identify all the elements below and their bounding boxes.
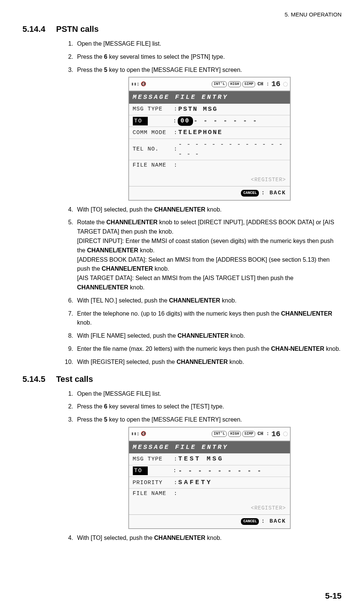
step-text: Rotate the bbox=[77, 219, 106, 225]
step: Press the 5 key to open the [MESSAGE FIL… bbox=[75, 66, 342, 201]
step-text: knob. bbox=[205, 206, 222, 213]
screen-footer: CANCEL : BACK bbox=[129, 515, 290, 528]
colon: : bbox=[174, 478, 178, 487]
step-text: knob. bbox=[228, 359, 244, 365]
step: With [FILE NAME] selected, push the CHAN… bbox=[75, 331, 342, 341]
step-text: Enter the telephone no. (up to 16 digits… bbox=[77, 310, 281, 317]
step: Press the 6 key several times to select … bbox=[75, 402, 342, 411]
step-text: knob. bbox=[324, 346, 341, 352]
field-label: MSG TYPE bbox=[133, 105, 174, 113]
step-text: Press the bbox=[77, 403, 104, 410]
step-text: Open the [MESSAGE FILE] list. bbox=[77, 40, 161, 47]
step-text: knob. bbox=[77, 319, 92, 326]
device-screen-pstn: ▮▮▯ 🔇 INT'L HIGH SIMP CH : 16 MESSAGE FI… bbox=[128, 77, 291, 200]
field-label: TO bbox=[133, 466, 148, 475]
colon: : bbox=[174, 161, 178, 170]
field-value: - - - - - - - - - - - - - - - - bbox=[178, 140, 286, 159]
row-to[interactable]: TO : 00 - - - - - - - bbox=[129, 115, 290, 127]
cancel-button[interactable]: CANCEL bbox=[241, 518, 259, 525]
row-comm-mode: COMM MODE : TELEPHONE bbox=[129, 127, 290, 139]
field-value: TEST MSG bbox=[178, 454, 286, 464]
row-msg-type: MSG TYPE : PSTN MSG bbox=[129, 104, 290, 115]
field-label: TEL NO. bbox=[133, 145, 174, 154]
step-text: knob. bbox=[153, 265, 169, 272]
simp-pill: SIMP bbox=[242, 431, 255, 437]
step-text: knob. bbox=[205, 535, 222, 541]
key-5: 5 bbox=[104, 416, 107, 423]
key-6: 6 bbox=[104, 54, 107, 60]
step: Press the 5 key to open the [MESSAGE FIL… bbox=[75, 415, 342, 529]
colon: : bbox=[174, 455, 178, 463]
knob-name: CHANNEL/ENTER bbox=[169, 297, 220, 304]
steps-list-test: Open the [MESSAGE FILE] list. Press the … bbox=[64, 389, 342, 543]
field-value: TELEPHONE bbox=[178, 128, 286, 137]
chapter-header: 5. MENU OPERATION bbox=[22, 11, 342, 18]
knob-name: CHANNEL/ENTER bbox=[178, 332, 229, 339]
channel-label: CH : bbox=[257, 80, 269, 88]
knob-name: CHANNEL/ENTER bbox=[154, 535, 205, 541]
step-text: With [FILE NAME] selected, push the bbox=[77, 332, 178, 339]
loading-icon bbox=[283, 432, 288, 436]
colon: : bbox=[174, 489, 178, 498]
row-tel-no: TEL NO. : - - - - - - - - - - - - - - - … bbox=[129, 139, 290, 161]
colon: : bbox=[173, 466, 178, 475]
step: With [REGISTER] selected, push the CHANN… bbox=[75, 358, 342, 367]
step-text: knob. bbox=[229, 332, 245, 339]
section-number: 5.14.5 bbox=[22, 374, 56, 384]
row-to[interactable]: TO : - - - - - - - - - bbox=[129, 465, 290, 477]
status-left: ▮▮▯ 🔇 bbox=[131, 81, 147, 88]
step: With [TEL NO.] selected, push the CHANNE… bbox=[75, 296, 342, 306]
to-value-dash: - - - - - - - bbox=[194, 116, 258, 126]
status-left: ▮▮▯ 🔇 bbox=[131, 431, 147, 438]
step-text: knob. bbox=[138, 247, 155, 253]
section-heading-test: 5.14.5 Test calls bbox=[22, 374, 342, 384]
field-label: TO bbox=[133, 117, 148, 125]
intl-pill: INT'L bbox=[212, 431, 227, 437]
knob-name: CHANNEL/ENTER bbox=[87, 247, 138, 253]
section-heading-pstn: 5.14.4 PSTN calls bbox=[22, 24, 342, 34]
high-pill: HIGH bbox=[228, 431, 241, 437]
status-right: INT'L HIGH SIMP CH : 16 bbox=[212, 428, 287, 440]
row-file-name: FILE NAME : bbox=[129, 160, 290, 170]
knob-name: CHANNEL/ENTER bbox=[77, 284, 128, 291]
to-value-pill: 00 bbox=[178, 116, 193, 126]
step: Press the 6 key several times to select … bbox=[75, 52, 342, 62]
loading-icon bbox=[283, 82, 288, 86]
knob-name: CHANNEL/ENTER bbox=[154, 206, 205, 213]
field-label: FILE NAME bbox=[133, 161, 174, 170]
step: With [TO] selected, push the CHANNEL/ENT… bbox=[75, 205, 342, 215]
colon: : bbox=[173, 117, 178, 125]
step-text: With [REGISTER] selected, push the bbox=[77, 359, 177, 365]
status-right: INT'L HIGH SIMP CH : 16 bbox=[212, 78, 287, 90]
speaker-icon: 🔇 bbox=[141, 81, 146, 88]
device-screen-test: ▮▮▯ 🔇 INT'L HIGH SIMP CH : 16 MESSAGE FI… bbox=[128, 427, 291, 529]
register-link[interactable]: <REGISTER> bbox=[129, 499, 290, 515]
step-text: key several times to select the [TEST] t… bbox=[107, 403, 224, 410]
row-file-name: FILE NAME : bbox=[129, 489, 290, 499]
field-rows: MSG TYPE : PSTN MSG TO : 00 - - - - - - … bbox=[129, 104, 290, 171]
cancel-button[interactable]: CANCEL bbox=[241, 190, 259, 197]
key-6: 6 bbox=[104, 403, 107, 410]
step-text: With [TO] selected, push the bbox=[77, 535, 154, 541]
intl-pill: INT'L bbox=[212, 81, 227, 87]
simp-pill: SIMP bbox=[242, 81, 255, 87]
step-text: Open the [MESSAGE FILE] list. bbox=[77, 390, 161, 397]
key-5: 5 bbox=[104, 67, 107, 73]
field-label: MSG TYPE bbox=[133, 455, 174, 463]
register-link[interactable]: <REGISTER> bbox=[129, 171, 290, 187]
field-value: PSTN MSG bbox=[178, 104, 286, 114]
step: Rotate the CHANNEL/ENTER knob to select … bbox=[75, 218, 342, 292]
knob-name: CHANNEL/ENTER bbox=[102, 265, 153, 272]
back-label: : BACK bbox=[261, 517, 286, 526]
step-text: With [TEL NO.] selected, push the bbox=[77, 297, 169, 304]
step-text: knob. bbox=[128, 284, 145, 291]
step: Open the [MESSAGE FILE] list. bbox=[75, 389, 342, 399]
page-number: 5-15 bbox=[325, 591, 342, 601]
field-label: FILE NAME bbox=[133, 489, 174, 498]
signal-icon: ▮▮▯ bbox=[131, 81, 140, 88]
high-pill: HIGH bbox=[228, 81, 241, 87]
to-value-dash: - - - - - - - - - bbox=[178, 466, 262, 476]
steps-list-pstn: Open the [MESSAGE FILE] list. Press the … bbox=[64, 39, 342, 367]
step-text: Enter the file name (max. 20 letters) wi… bbox=[77, 346, 271, 352]
field-value: SAFETY bbox=[178, 478, 286, 487]
